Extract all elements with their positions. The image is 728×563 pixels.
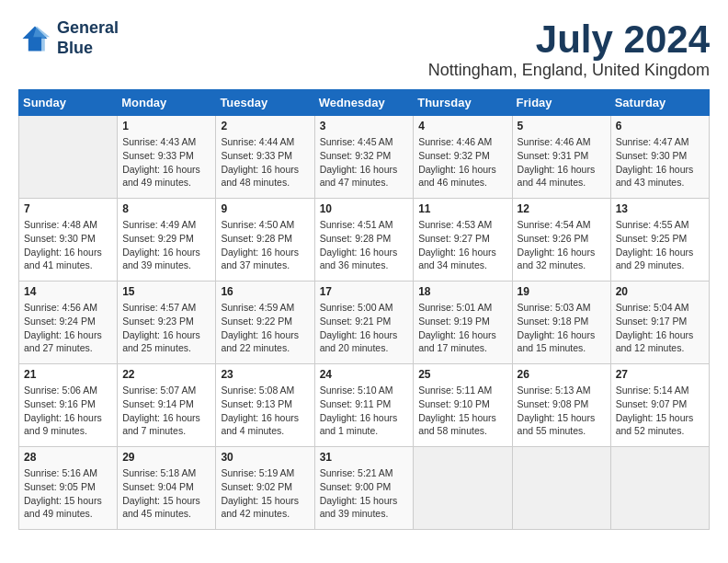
day-number: 4 <box>418 120 506 132</box>
day-info: Sunrise: 5:19 AM Sunset: 9:02 PM Dayligh… <box>221 466 309 521</box>
day-number: 1 <box>122 120 210 132</box>
calendar-cell: 8Sunrise: 4:49 AM Sunset: 9:29 PM Daylig… <box>118 199 216 282</box>
calendar-cell: 22Sunrise: 5:07 AM Sunset: 9:14 PM Dayli… <box>118 364 216 447</box>
week-row-2: 7Sunrise: 4:48 AM Sunset: 9:30 PM Daylig… <box>19 199 710 282</box>
day-info: Sunrise: 5:04 AM Sunset: 9:17 PM Dayligh… <box>616 301 704 355</box>
day-number: 8 <box>122 202 210 215</box>
header-day-wednesday: Wednesday <box>314 90 414 116</box>
day-number: 12 <box>518 202 606 215</box>
calendar-cell: 25Sunrise: 5:11 AM Sunset: 9:10 PM Dayli… <box>414 364 512 447</box>
day-number: 2 <box>221 120 309 132</box>
calendar-cell: 6Sunrise: 4:47 AM Sunset: 9:30 PM Daylig… <box>610 116 709 199</box>
location: Nottingham, England, United Kingdom <box>428 61 710 80</box>
day-info: Sunrise: 5:18 AM Sunset: 9:04 PM Dayligh… <box>122 466 210 521</box>
day-number: 9 <box>221 202 309 215</box>
day-info: Sunrise: 5:16 AM Sunset: 9:05 PM Dayligh… <box>24 466 112 521</box>
day-info: Sunrise: 5:13 AM Sunset: 9:08 PM Dayligh… <box>518 384 606 438</box>
day-info: Sunrise: 5:01 AM Sunset: 9:19 PM Dayligh… <box>418 301 506 355</box>
day-number: 24 <box>320 368 409 381</box>
day-info: Sunrise: 5:21 AM Sunset: 9:00 PM Dayligh… <box>320 466 409 521</box>
calendar-cell: 3Sunrise: 4:45 AM Sunset: 9:32 PM Daylig… <box>314 116 414 199</box>
day-number: 21 <box>24 368 112 381</box>
day-info: Sunrise: 4:51 AM Sunset: 9:28 PM Dayligh… <box>320 218 409 272</box>
day-info: Sunrise: 4:45 AM Sunset: 9:32 PM Dayligh… <box>320 135 409 190</box>
calendar-cell: 15Sunrise: 4:57 AM Sunset: 9:23 PM Dayli… <box>118 282 216 364</box>
day-info: Sunrise: 5:10 AM Sunset: 9:11 PM Dayligh… <box>320 384 409 438</box>
calendar-cell: 31Sunrise: 5:21 AM Sunset: 9:00 PM Dayli… <box>314 447 414 530</box>
day-number: 13 <box>616 202 704 215</box>
calendar-cell: 14Sunrise: 4:56 AM Sunset: 9:24 PM Dayli… <box>19 282 118 364</box>
header-day-thursday: Thursday <box>414 90 512 116</box>
calendar-cell: 18Sunrise: 5:01 AM Sunset: 9:19 PM Dayli… <box>414 282 512 364</box>
calendar-cell: 20Sunrise: 5:04 AM Sunset: 9:17 PM Dayli… <box>610 282 709 364</box>
day-info: Sunrise: 4:47 AM Sunset: 9:30 PM Dayligh… <box>616 135 704 190</box>
calendar-cell: 10Sunrise: 4:51 AM Sunset: 9:28 PM Dayli… <box>314 199 414 282</box>
calendar-cell: 11Sunrise: 4:53 AM Sunset: 9:27 PM Dayli… <box>414 199 512 282</box>
day-info: Sunrise: 4:56 AM Sunset: 9:24 PM Dayligh… <box>24 301 112 355</box>
month-year: July 2024 <box>428 18 710 61</box>
day-info: Sunrise: 4:48 AM Sunset: 9:30 PM Dayligh… <box>24 218 112 272</box>
calendar-cell: 17Sunrise: 5:00 AM Sunset: 9:21 PM Dayli… <box>314 282 414 364</box>
header-day-friday: Friday <box>512 90 610 116</box>
logo: General Blue <box>18 18 119 58</box>
calendar-cell: 13Sunrise: 4:55 AM Sunset: 9:25 PM Dayli… <box>610 199 709 282</box>
day-number: 15 <box>122 285 210 298</box>
day-info: Sunrise: 4:44 AM Sunset: 9:33 PM Dayligh… <box>221 135 309 190</box>
day-number: 10 <box>320 202 409 215</box>
day-number: 5 <box>518 120 606 132</box>
calendar-cell: 2Sunrise: 4:44 AM Sunset: 9:33 PM Daylig… <box>216 116 314 199</box>
week-row-1: 1Sunrise: 4:43 AM Sunset: 9:33 PM Daylig… <box>19 116 710 199</box>
calendar-cell: 24Sunrise: 5:10 AM Sunset: 9:11 PM Dayli… <box>314 364 414 447</box>
day-number: 16 <box>221 285 309 298</box>
day-info: Sunrise: 4:57 AM Sunset: 9:23 PM Dayligh… <box>122 301 210 355</box>
day-number: 18 <box>418 285 506 298</box>
day-number: 17 <box>320 285 409 298</box>
day-number: 23 <box>221 368 309 381</box>
calendar-cell <box>610 447 709 530</box>
calendar-table: SundayMondayTuesdayWednesdayThursdayFrid… <box>18 89 710 530</box>
calendar-cell: 30Sunrise: 5:19 AM Sunset: 9:02 PM Dayli… <box>216 447 314 530</box>
day-number: 7 <box>24 202 112 215</box>
header-day-saturday: Saturday <box>610 90 709 116</box>
day-number: 19 <box>518 285 606 298</box>
day-info: Sunrise: 5:11 AM Sunset: 9:10 PM Dayligh… <box>418 384 506 438</box>
calendar-cell: 1Sunrise: 4:43 AM Sunset: 9:33 PM Daylig… <box>118 116 216 199</box>
day-info: Sunrise: 5:14 AM Sunset: 9:07 PM Dayligh… <box>616 384 704 438</box>
day-number: 11 <box>418 202 506 215</box>
day-info: Sunrise: 4:59 AM Sunset: 9:22 PM Dayligh… <box>221 301 309 355</box>
calendar-cell <box>512 447 610 530</box>
header: General Blue July 2024 Nottingham, Engla… <box>18 18 710 80</box>
day-number: 26 <box>518 368 606 381</box>
day-info: Sunrise: 4:53 AM Sunset: 9:27 PM Dayligh… <box>418 218 506 272</box>
day-number: 29 <box>122 451 210 464</box>
calendar-cell: 12Sunrise: 4:54 AM Sunset: 9:26 PM Dayli… <box>512 199 610 282</box>
header-day-tuesday: Tuesday <box>216 90 314 116</box>
calendar-cell <box>19 116 118 199</box>
header-row: SundayMondayTuesdayWednesdayThursdayFrid… <box>19 90 710 116</box>
calendar-cell: 26Sunrise: 5:13 AM Sunset: 9:08 PM Dayli… <box>512 364 610 447</box>
calendar-cell <box>414 447 512 530</box>
day-number: 22 <box>122 368 210 381</box>
day-info: Sunrise: 5:03 AM Sunset: 9:18 PM Dayligh… <box>518 301 606 355</box>
title-block: July 2024 Nottingham, England, United Ki… <box>428 18 710 80</box>
day-number: 30 <box>221 451 309 464</box>
day-number: 28 <box>24 451 112 464</box>
calendar-cell: 7Sunrise: 4:48 AM Sunset: 9:30 PM Daylig… <box>19 199 118 282</box>
day-number: 31 <box>320 451 409 464</box>
calendar-cell: 4Sunrise: 4:46 AM Sunset: 9:32 PM Daylig… <box>414 116 512 199</box>
calendar-cell: 16Sunrise: 4:59 AM Sunset: 9:22 PM Dayli… <box>216 282 314 364</box>
header-day-monday: Monday <box>118 90 216 116</box>
calendar-cell: 28Sunrise: 5:16 AM Sunset: 9:05 PM Dayli… <box>19 447 118 530</box>
calendar-cell: 29Sunrise: 5:18 AM Sunset: 9:04 PM Dayli… <box>118 447 216 530</box>
week-row-4: 21Sunrise: 5:06 AM Sunset: 9:16 PM Dayli… <box>19 364 710 447</box>
day-number: 20 <box>616 285 704 298</box>
logo-icon <box>18 22 51 55</box>
day-info: Sunrise: 4:55 AM Sunset: 9:25 PM Dayligh… <box>616 218 704 272</box>
week-row-5: 28Sunrise: 5:16 AM Sunset: 9:05 PM Dayli… <box>19 447 710 530</box>
day-info: Sunrise: 4:43 AM Sunset: 9:33 PM Dayligh… <box>122 135 210 190</box>
calendar-cell: 19Sunrise: 5:03 AM Sunset: 9:18 PM Dayli… <box>512 282 610 364</box>
header-day-sunday: Sunday <box>19 90 118 116</box>
day-number: 6 <box>616 120 704 132</box>
calendar-cell: 9Sunrise: 4:50 AM Sunset: 9:28 PM Daylig… <box>216 199 314 282</box>
calendar-cell: 21Sunrise: 5:06 AM Sunset: 9:16 PM Dayli… <box>19 364 118 447</box>
